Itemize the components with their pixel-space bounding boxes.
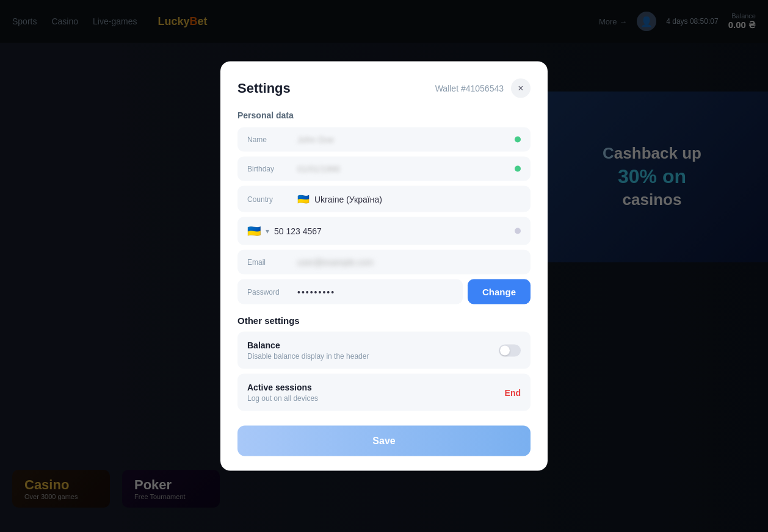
phone-status-dot <box>515 228 521 234</box>
name-label: Name <box>247 135 290 144</box>
phone-dropdown-icon[interactable]: ▾ <box>266 227 269 235</box>
balance-setting-name: Balance <box>247 340 369 350</box>
other-settings-title: Other settings <box>237 315 531 326</box>
active-sessions-card: Active sessions Log out on all devices E… <box>237 374 531 411</box>
active-sessions-info: Active sessions Log out on all devices <box>247 383 318 403</box>
balance-toggle[interactable] <box>499 344 521 356</box>
wallet-label: Wallet #41056543 <box>435 84 504 93</box>
modal-header-right: Wallet #41056543 × <box>435 79 531 98</box>
active-sessions-name: Active sessions <box>247 383 318 392</box>
name-status-dot <box>515 137 521 143</box>
birthday-status-dot <box>515 166 521 172</box>
change-password-button[interactable]: Change <box>468 279 531 304</box>
country-label: Country <box>247 195 290 203</box>
balance-setting-desc: Disable balance display in the header <box>247 352 369 361</box>
balance-setting-info: Balance Disable balance display in the h… <box>247 340 369 361</box>
phone-field[interactable]: 🇺🇦 ▾ <box>237 217 531 245</box>
birthday-value: 01/01/1990 <box>297 164 510 174</box>
password-input[interactable] <box>297 287 453 297</box>
birthday-field: Birthday 01/01/1990 <box>237 157 531 181</box>
email-field: Email user@example.com <box>237 250 531 275</box>
phone-input[interactable] <box>274 226 505 236</box>
personal-data-title: Personal data <box>237 110 531 120</box>
email-label: Email <box>247 258 290 267</box>
password-label: Password <box>247 287 290 296</box>
country-flag: 🇺🇦 <box>297 193 310 205</box>
birthday-label: Birthday <box>247 165 290 173</box>
name-value: John Doe <box>297 135 510 145</box>
modal-header: Settings Wallet #41056543 × <box>237 79 531 98</box>
save-button[interactable]: Save <box>237 426 531 456</box>
modal-title: Settings <box>237 81 291 96</box>
email-value: user@example.com <box>297 257 521 267</box>
balance-setting-card: Balance Disable balance display in the h… <box>237 332 531 369</box>
password-field-container: Password <box>237 279 463 304</box>
password-row: Password Change <box>237 279 531 304</box>
name-field: Name John Doe <box>237 128 531 152</box>
settings-modal: Settings Wallet #41056543 × Personal dat… <box>220 62 548 471</box>
country-field: Country 🇺🇦 Ukraine (Україна) <box>237 186 531 212</box>
active-sessions-desc: Log out on all devices <box>247 394 318 403</box>
end-sessions-button[interactable]: End <box>505 387 521 397</box>
country-value: Ukraine (Україна) <box>314 194 521 204</box>
close-icon: × <box>518 83 523 94</box>
close-button[interactable]: × <box>511 79 531 98</box>
phone-flag: 🇺🇦 <box>247 225 261 238</box>
